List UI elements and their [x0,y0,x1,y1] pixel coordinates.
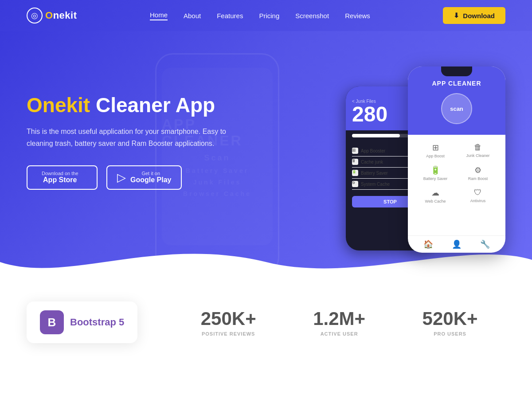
bootstrap-badge: B Bootstrap 5 [27,301,137,343]
battery-label: Battery Saver [423,176,448,181]
stat-pro: 520K+ Pro Users [395,308,505,336]
appstore-sub: Download on the [42,171,78,176]
grid-item-webcache: ☁ Web Cache [414,184,457,207]
appstore-main: App Store [42,176,78,184]
bootstrap-icon: B [40,310,64,334]
hero-buttons: Download on the App Store ▷ Get it on Go… [27,165,239,190]
navbar: ◎ Onekit Home About Features Pricing Scr… [0,0,532,31]
googleplay-sub: Get it on [130,171,171,176]
phone-front: APP CLEANER scan ⊞ App Boost 🗑 Junk Clea… [408,66,505,253]
ramboost-label: Ram Boost [468,176,488,181]
hero-title-highlight: Onekit [27,94,90,117]
googleplay-text: Get it on Google Play [130,171,171,184]
googleplay-button[interactable]: ▷ Get it on Google Play [106,165,182,190]
item-label-4: System Cache [361,182,390,187]
grid-item-ramboost: ⚙ Ram Boost [457,162,499,184]
item-icon-2: 🗑 [352,159,358,165]
nav-features[interactable]: Features [217,12,243,20]
phone-front-header: APP CLEANER scan [408,66,505,135]
webcache-icon: ☁ [431,188,439,198]
play-icon: ▷ [117,171,126,184]
stat-users-label: Active User [284,331,395,336]
grid-item-battery: 🔋 Battery Saver [414,162,457,184]
item-icon-3: 🔋 [352,170,358,176]
hero-content: Onekit Cleaner App This is the most usef… [0,67,266,243]
stat-reviews-value: 250K+ [173,308,284,329]
stat-reviews: 250K+ Positive Reviews [173,308,284,336]
download-label: Download [463,12,495,20]
phones-container: < Junk Files 280 63% ⊞ App Booster 🗑 Cac… [346,40,505,279]
item-label-1: App Booster [361,149,385,153]
antivirus-icon: 🛡 [474,188,482,197]
ramboost-icon: ⚙ [474,165,481,175]
stat-pro-label: Pro Users [395,331,505,336]
hero-title: Onekit Cleaner App [27,94,239,117]
stat-users-value: 1.2M+ [284,308,395,329]
item-icon-1: ⊞ [352,148,358,154]
webcache-label: Web Cache [425,199,446,203]
appboost-label: App Boost [426,154,445,158]
stats-section: B Bootstrap 5 250K+ Positive Reviews 1.2… [0,279,532,370]
nav-screenshot[interactable]: Screenshot [295,12,329,20]
nav-links: Home About Features Pricing Screenshot R… [150,11,370,20]
googleplay-main: Google Play [130,176,171,184]
appstore-button[interactable]: Download on the App Store [27,165,98,190]
nav-pricing[interactable]: Pricing [259,12,279,20]
battery-icon: 🔋 [430,165,440,175]
item-label-3: Battery Saver [361,171,388,176]
grid-item-appboost: ⊞ App Boost [414,139,457,162]
download-icon: ⬇ [454,12,459,20]
nav-home[interactable]: Home [150,11,168,20]
hero-section: APP CLEANER Scan Battery Saver Junk File… [0,31,532,279]
grid-item-antivirus: 🛡 Antivirus [457,184,499,207]
nav-reviews[interactable]: Reviews [345,12,370,20]
nav-home-icon: 🏠 [423,239,433,249]
logo-prefix: O [45,10,53,21]
stat-reviews-label: Positive Reviews [173,331,284,336]
stat-users: 1.2M+ Active User [284,308,395,336]
phone-front-grid: ⊞ App Boost 🗑 Junk Cleaner 🔋 Battery Sav… [408,135,505,211]
junkcleaner-icon: 🗑 [474,143,482,152]
app-cleaner-title: APP CLEANER [414,80,499,87]
bootstrap-label: Bootstrap 5 [70,317,124,328]
item-label-2: Cache junk [361,160,383,164]
phone-notch [441,66,472,76]
appstore-text: Download on the App Store [42,171,78,184]
junkcleaner-label: Junk Cleaner [466,153,489,158]
logo-text: Onekit [45,10,77,21]
logo[interactable]: ◎ Onekit [27,8,77,23]
grid-item-junkcleaner: 🗑 Junk Cleaner [457,139,499,162]
nav-tools-icon: 🔧 [480,239,490,249]
logo-icon: ◎ [27,8,43,23]
nav-about[interactable]: About [184,12,201,20]
appboost-icon: ⊞ [432,143,439,153]
hero-title-rest: Cleaner App [90,94,215,117]
progress-bar-fill [352,134,400,137]
nav-download-button[interactable]: ⬇ Download [443,7,505,24]
scan-button[interactable]: scan [441,93,472,124]
stat-pro-value: 520K+ [395,308,505,329]
item-icon-4: ⚙ [352,181,358,187]
phone-front-nav: 🏠 👤 🔧 [408,235,505,253]
antivirus-label: Antivirus [470,199,486,203]
nav-user-icon: 👤 [452,239,462,249]
hero-description: This is the most useful application for … [27,125,239,149]
